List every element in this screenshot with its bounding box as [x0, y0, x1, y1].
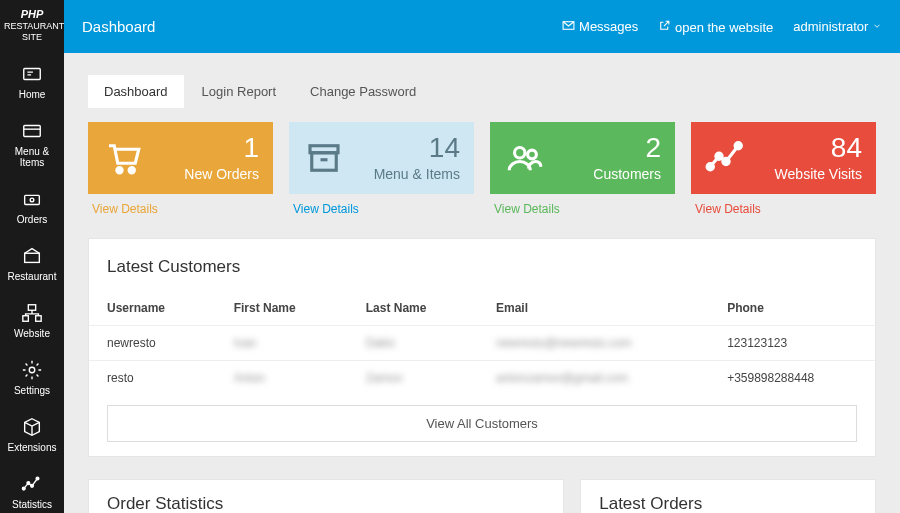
- table-row[interactable]: newresto Ivan Dakic newresto@newresto.co…: [89, 326, 875, 361]
- sidebar-item-label: Statistics: [12, 499, 52, 510]
- svg-rect-1: [24, 125, 41, 136]
- view-all-customers[interactable]: View All Customers: [107, 405, 857, 442]
- latest-orders-panel: Latest Orders $9.00, Anton Zamov 2 weeks…: [580, 479, 876, 513]
- header-user-menu[interactable]: administrator: [793, 19, 882, 34]
- view-details-customers[interactable]: View Details: [490, 194, 675, 216]
- sidebar-item-label: Website: [14, 328, 50, 339]
- panel-title: Order Statistics: [107, 494, 545, 513]
- svg-point-19: [528, 150, 537, 159]
- header-open-site[interactable]: open the website: [658, 19, 773, 35]
- cart-icon: [102, 137, 144, 179]
- svg-rect-7: [36, 316, 41, 322]
- archive-icon: [303, 137, 345, 179]
- home-icon: [21, 63, 43, 85]
- card-icon: [21, 120, 43, 142]
- panel-title: Latest Orders: [599, 494, 857, 513]
- orders-icon: [21, 188, 43, 210]
- svg-point-3: [30, 198, 34, 202]
- header: Dashboard Messages open the website admi…: [64, 0, 900, 53]
- sidebar-item-statistics[interactable]: Statistics: [0, 463, 64, 513]
- brand: PHP RESTAURANT SITE: [0, 0, 64, 53]
- users-icon: [504, 137, 546, 179]
- svg-point-8: [29, 367, 35, 373]
- sidebar-item-label: Extensions: [8, 442, 57, 453]
- tile-visits[interactable]: 84Website Visits: [691, 122, 876, 194]
- view-details-visits[interactable]: View Details: [691, 194, 876, 216]
- svg-rect-17: [312, 153, 337, 171]
- brand-line3: SITE: [22, 32, 42, 42]
- th-phone: Phone: [709, 291, 875, 326]
- svg-rect-6: [23, 316, 29, 322]
- sidebar-item-menu[interactable]: Menu & Items: [0, 110, 64, 178]
- th-email: Email: [478, 291, 709, 326]
- sidebar-item-home[interactable]: Home: [0, 53, 64, 110]
- tab-dashboard[interactable]: Dashboard: [88, 75, 184, 108]
- latest-customers-panel: Latest Customers Username First Name Las…: [88, 238, 876, 457]
- brand-line1: PHP: [21, 8, 44, 20]
- order-statistics-panel: Order Statistics $ / Day: [88, 479, 564, 513]
- tile-customers[interactable]: 2Customers: [490, 122, 675, 194]
- brand-line2: RESTAURANT: [4, 21, 64, 31]
- panel-title: Latest Customers: [89, 253, 875, 291]
- lower-row: Order Statistics $ / Day Latest Orders $…: [88, 479, 876, 513]
- gear-icon: [21, 359, 43, 381]
- main-content: Dashboard Login Report Change Password 1…: [64, 53, 900, 513]
- sidebar-item-settings[interactable]: Settings: [0, 349, 64, 406]
- sidebar-item-label: Orders: [17, 214, 48, 225]
- svg-point-10: [27, 481, 30, 484]
- th-last: Last Name: [348, 291, 478, 326]
- svg-point-9: [22, 487, 25, 490]
- view-details-orders[interactable]: View Details: [88, 194, 273, 216]
- sidebar-item-label: Settings: [14, 385, 50, 396]
- svg-rect-4: [25, 253, 40, 262]
- tab-change-password[interactable]: Change Password: [294, 75, 432, 108]
- sidebar-item-orders[interactable]: Orders: [0, 178, 64, 235]
- table-header-row: Username First Name Last Name Email Phon…: [89, 291, 875, 326]
- svg-point-18: [515, 148, 526, 159]
- svg-point-14: [117, 168, 122, 173]
- stats-icon: [705, 137, 747, 179]
- svg-point-22: [723, 158, 729, 164]
- page-title: Dashboard: [82, 18, 155, 35]
- sidebar: PHP RESTAURANT SITE Home Menu & Items Or…: [0, 0, 64, 513]
- svg-point-21: [716, 153, 722, 159]
- header-messages[interactable]: Messages: [562, 19, 638, 34]
- sidebar-item-label: Home: [19, 89, 46, 100]
- sidebar-item-extensions[interactable]: Extensions: [0, 406, 64, 463]
- th-username: Username: [89, 291, 216, 326]
- sidebar-item-label: Menu & Items: [15, 146, 49, 168]
- sidebar-item-website[interactable]: Website: [0, 292, 64, 349]
- cube-icon: [21, 416, 43, 438]
- svg-point-15: [129, 168, 134, 173]
- tiles-row: 1New Orders View Details 14Menu & Items …: [88, 122, 876, 216]
- svg-point-23: [735, 143, 741, 149]
- svg-point-11: [31, 484, 34, 487]
- external-link-icon: [658, 19, 671, 32]
- customers-table: Username First Name Last Name Email Phon…: [89, 291, 875, 395]
- sidebar-item-restaurant[interactable]: Restaurant: [0, 235, 64, 292]
- view-details-menu[interactable]: View Details: [289, 194, 474, 216]
- svg-point-20: [707, 164, 713, 170]
- sidebar-item-label: Restaurant: [8, 271, 57, 282]
- tabs: Dashboard Login Report Change Password: [88, 75, 876, 108]
- tile-menu-items[interactable]: 14Menu & Items: [289, 122, 474, 194]
- svg-point-12: [36, 477, 39, 480]
- table-row[interactable]: resto Anton Zamov antonzamov@gmail.com +…: [89, 361, 875, 396]
- website-icon: [21, 302, 43, 324]
- chevron-down-icon: [872, 21, 882, 31]
- svg-rect-0: [24, 68, 41, 79]
- tab-login-report[interactable]: Login Report: [186, 75, 292, 108]
- restaurant-icon: [21, 245, 43, 267]
- tile-new-orders[interactable]: 1New Orders: [88, 122, 273, 194]
- th-first: First Name: [216, 291, 348, 326]
- svg-rect-5: [28, 305, 35, 311]
- stats-icon-side: [21, 473, 43, 495]
- envelope-icon: [562, 20, 575, 31]
- svg-rect-2: [25, 195, 40, 204]
